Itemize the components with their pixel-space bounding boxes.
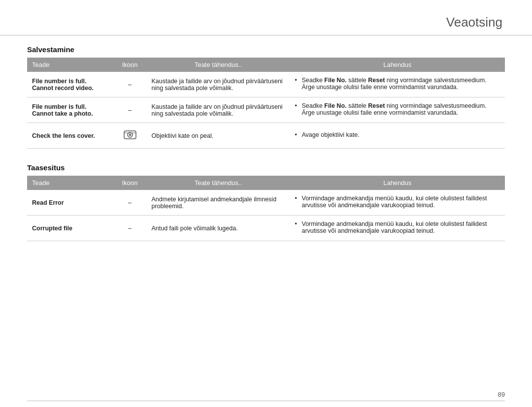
taasesitus-header-lahendus: Lahendus [290,176,505,190]
taasesitus-header-teade: Teade [27,176,113,190]
svg-point-2 [129,134,131,136]
row1-teate-tahendus: Kaustade ja failide arv on jõudnud piirv… [146,72,290,97]
row3-teate-tahendus: Objektiivi kate on peal. [146,123,290,149]
row1-lahendus: Seadke File No. sättele Reset ning vormi… [290,72,505,97]
content-area: Salvestamine Teade Ikoon Teate tähendus.… [0,45,532,241]
row1-ikoon: – [113,72,147,97]
taasesitus-header-teate-tahendus: Teate tähendus.. [146,176,290,190]
salvestamine-header-ikoon: Ikoon [113,58,147,72]
row2-teade: File number is full.Cannot take a photo. [27,97,113,123]
salvestamine-header-teate-tahendus: Teate tähendus.. [146,58,290,72]
salvestamine-header-teade: Teade [27,58,113,72]
salvestamine-header-row: Teade Ikoon Teate tähendus.. Lahendus [27,58,505,72]
lens-cover-icon [123,128,137,142]
taas-row1-teade: Read Error [27,190,113,216]
row1-teade: File number is full.Cannot record video. [27,72,113,97]
salvestamine-table: Teade Ikoon Teate tähendus.. Lahendus Fi… [27,58,505,149]
table-row: Check the lens cover. Objektiivi kate on… [27,123,505,149]
taas-row2-lahendus: Vormindage andmekandja menüü kaudu, kui … [290,216,505,241]
taas-row2-teade: Corrupted file [27,216,113,241]
taasesitus-section: Taasesitus Teade Ikoon Teate tähendus.. … [27,163,505,241]
taas-row1-lahendus: Vormindage andmekandja menüü kaudu, kui … [290,190,505,216]
row3-ikoon [113,123,147,149]
row2-lahendus: Seadke File No. sättele Reset ning vormi… [290,97,505,123]
row2-teate-tahendus: Kaustade ja failide arv on jõudnud piirv… [146,97,290,123]
taasesitus-title: Taasesitus [27,163,505,172]
taas-row1-ikoon: – [113,190,147,216]
row2-ikoon: – [113,97,147,123]
salvestamine-title: Salvestamine [27,45,505,54]
salvestamine-header-lahendus: Lahendus [290,58,505,72]
bottom-line [27,401,505,401]
row3-lahendus: Avage objektiivi kate. [290,123,505,149]
taasesitus-header-row: Teade Ikoon Teate tähendus.. Lahendus [27,176,505,190]
table-row: File number is full.Cannot take a photo.… [27,97,505,123]
taas-row2-ikoon: – [113,216,147,241]
table-row: Corrupted file – Antud faili pole võimal… [27,216,505,241]
row3-teade: Check the lens cover. [27,123,113,149]
table-row: Read Error – Andmete kirjutamisel andmek… [27,190,505,216]
table-row: File number is full.Cannot record video.… [27,72,505,97]
taas-row2-teate-tahendus: Antud faili pole võimalik lugeda. [146,216,290,241]
page-number: 89 [498,391,505,398]
taasesitus-table: Teade Ikoon Teate tähendus.. Lahendus Re… [27,176,505,241]
page-title: Veaotsing [0,0,532,35]
salvestamine-section: Salvestamine Teade Ikoon Teate tähendus.… [27,45,505,149]
taasesitus-header-ikoon: Ikoon [113,176,147,190]
taas-row1-teate-tahendus: Andmete kirjutamisel andmekandjale ilmne… [146,190,290,216]
